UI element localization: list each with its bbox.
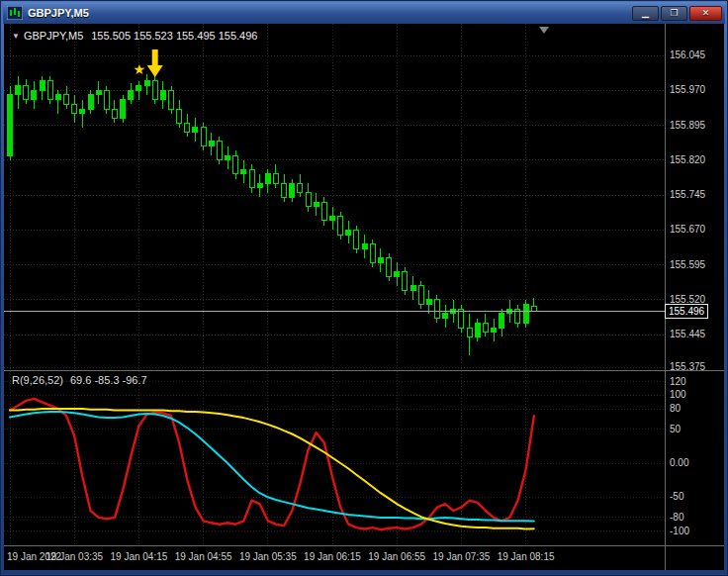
close-button[interactable]: ✕ (689, 6, 722, 21)
candles (8, 74, 537, 355)
chart-area[interactable]: ★ 156.045155.970155.895155.820155.745155… (4, 24, 724, 570)
signal-arrow-shaft (152, 49, 158, 67)
chart-shift-marker (539, 27, 549, 34)
mt4-chart-window: GBPJPY,M5 ▁ ❐ ✕ ★ 156.045155.970155.8951… (0, 0, 728, 576)
chart-svg: ★ (4, 24, 724, 570)
minimize-icon: ▁ (642, 9, 649, 18)
symbol-label: GBPJPY,M5 (24, 30, 83, 42)
time-axis[interactable] (4, 545, 724, 570)
window-controls: ▁ ❐ ✕ (632, 6, 725, 21)
sell-signal: ★ (134, 49, 163, 77)
minimize-button[interactable]: ▁ (632, 6, 659, 21)
ohlc-values: 155.505 155.523 155.495 155.496 (91, 30, 257, 42)
close-icon: ✕ (702, 9, 710, 18)
symbol-marker-icon: ▼ (12, 32, 20, 41)
chart-header: ▼GBPJPY,M5155.505 155.523 155.495 155.49… (12, 30, 257, 42)
maximize-icon: ❐ (670, 9, 678, 18)
chart-window-icon (7, 6, 23, 20)
signal-arrow-icon (147, 65, 163, 77)
current-price-tag: 155.496 (665, 304, 708, 319)
price-axis[interactable] (665, 24, 724, 570)
frame-lines (4, 24, 724, 570)
pane-divider[interactable] (4, 368, 724, 373)
markers (539, 27, 549, 34)
indicator-values: 69.6 -85.3 -96.7 (70, 374, 147, 386)
title-bar[interactable]: GBPJPY,M5 ▁ ❐ ✕ (3, 2, 725, 24)
window-title: GBPJPY,M5 (28, 7, 89, 19)
indicator-name: R(9,26,52) (12, 374, 63, 386)
indicator-line-R9 (10, 399, 534, 529)
signal-star-icon: ★ (134, 61, 146, 77)
indicator-header: R(9,26,52)69.6 -85.3 -96.7 (12, 374, 147, 386)
grid-lines (4, 24, 665, 545)
maximize-button[interactable]: ❐ (661, 6, 687, 21)
